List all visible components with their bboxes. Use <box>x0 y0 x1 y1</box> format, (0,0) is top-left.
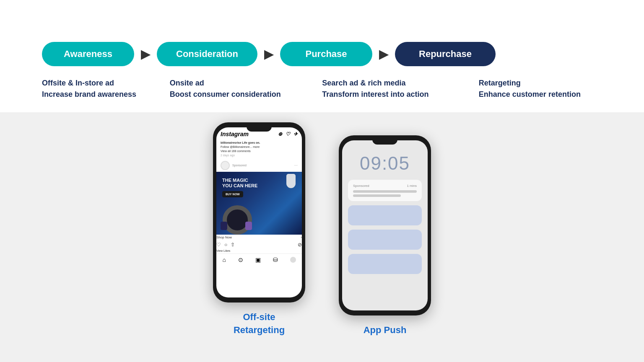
desc-awareness-line1: Offsite & In-store ad <box>42 78 170 88</box>
push-line-2 <box>353 194 401 197</box>
ig-search-icon[interactable]: ⊙ <box>238 256 243 263</box>
ig-ad-image: THE MAGIC YOU CAN HERE BUY NOW <box>216 172 302 235</box>
desc-purchase-line2: Transform interest into action <box>322 89 478 100</box>
ig-header-icons: ⊕ ♡ ✈ <box>278 131 298 137</box>
instagram-phone-wrapper: Instagram ⊕ ♡ ✈ billionairesrise Life go… <box>213 122 305 337</box>
phone-label-line1: Off-site <box>243 312 275 322</box>
desc-consideration-line1: Onsite ad <box>170 78 322 88</box>
push-time-display: 09:05 <box>342 140 428 180</box>
desc-consideration-line2: Boost consumer consideration <box>170 89 322 100</box>
app-push-phone-label: App Push <box>364 324 407 337</box>
ig-shop-icon[interactable]: ⛁ <box>273 256 278 263</box>
desc-purchase: Search ad & rich media Transform interes… <box>322 78 478 100</box>
push-sponsored-label: Sponsored <box>353 184 369 188</box>
arrow-2: ▶ <box>264 47 273 61</box>
push-notification-card: Sponsored 1 mins <box>348 180 422 201</box>
ig-avatar <box>221 161 230 170</box>
ig-shop-row: Shop Now › <box>216 235 302 240</box>
ig-dm-icon: ✈ <box>293 131 298 137</box>
app-push-screen: 09:05 Sponsored 1 mins <box>342 140 428 310</box>
ig-shop-now[interactable]: Shop Now <box>216 235 232 239</box>
stage-pill-repurchase: Repurchase <box>395 42 496 66</box>
push-block-2 <box>348 230 422 250</box>
ig-home-icon[interactable]: ⌂ <box>222 256 226 263</box>
ig-share-icon[interactable]: ⇧ <box>231 242 235 248</box>
push-content-lines <box>353 190 417 197</box>
desc-repurchase-line1: Retargeting <box>479 78 619 88</box>
desc-consideration: Onsite ad Boost consumer consideration <box>170 78 322 100</box>
ig-heart-icon: ♡ <box>286 131 290 137</box>
instagram-phone-label: Off-site Retargeting <box>234 311 285 337</box>
phone-label-line2: Retargeting <box>234 325 285 335</box>
app-push-label: App Push <box>364 325 407 335</box>
phone-notch-left <box>247 122 272 132</box>
ig-sponsored-label: Sponsored <box>232 164 247 167</box>
instagram-screen: Instagram ⊕ ♡ ✈ billionairesrise Life go… <box>216 127 302 297</box>
ig-chevron-right-icon: › <box>301 235 302 239</box>
push-line-1 <box>353 190 417 193</box>
ig-post-text: billionairesrise Life goes on. Follow @B… <box>216 139 302 159</box>
app-push-phone-frame: 09:05 Sponsored 1 mins <box>339 135 431 315</box>
ig-save-icon[interactable]: ⊘ <box>298 242 302 248</box>
ig-profile-icon[interactable] <box>290 257 296 263</box>
stage-label-repurchase: Repurchase <box>419 49 472 59</box>
ig-reels-icon[interactable]: ▣ <box>255 256 261 263</box>
stage-label-consideration: Consideration <box>176 49 238 59</box>
push-block-1 <box>348 205 422 225</box>
pipeline-row: Awareness ▶ Consideration ▶ Purchase ▶ R… <box>25 42 619 66</box>
ig-like-comment-share: ♡ ○ ⇧ <box>216 242 235 248</box>
ig-plus-icon: ⊕ <box>278 131 282 137</box>
arrow-1: ▶ <box>141 47 150 61</box>
ig-bottom-nav: ⌂ ⊙ ▣ ⛁ <box>216 253 302 266</box>
description-row: Offsite & In-store ad Increase brand awa… <box>25 78 619 100</box>
stage-pill-consideration: Consideration <box>157 42 257 66</box>
desc-repurchase-line2: Enhance customer retention <box>479 89 619 100</box>
ig-ad-line2: YOU CAN HERE <box>222 183 257 189</box>
ig-view-likes: View Likes <box>216 249 302 253</box>
ig-ad-line1: THE MAGIC <box>222 178 257 183</box>
ig-avatar-row: Sponsored ··· <box>216 159 302 172</box>
headphone-decoration <box>221 195 258 235</box>
arrow-3: ▶ <box>379 47 388 61</box>
ig-comment-icon[interactable]: ○ <box>224 242 227 248</box>
desc-awareness-line2: Increase brand awareness <box>42 89 170 100</box>
push-content-blocks <box>342 205 428 274</box>
phone-notch-right <box>372 135 397 145</box>
stage-pill-awareness: Awareness <box>42 42 134 66</box>
instagram-phone-frame: Instagram ⊕ ♡ ✈ billionairesrise Life go… <box>213 122 305 303</box>
pipeline-section: Awareness ▶ Consideration ▶ Purchase ▶ R… <box>0 0 644 112</box>
ig-ad-headline: THE MAGIC YOU CAN HERE <box>222 178 257 189</box>
ig-more-dots: ··· <box>294 163 298 168</box>
stage-label-awareness: Awareness <box>64 49 112 59</box>
airpod-decoration <box>286 174 296 188</box>
stage-pill-purchase: Purchase <box>280 42 372 66</box>
app-push-phone-wrapper: 09:05 Sponsored 1 mins <box>339 135 431 337</box>
push-notif-header: Sponsored 1 mins <box>353 184 417 188</box>
phones-container: Instagram ⊕ ♡ ✈ billionairesrise Life go… <box>213 122 431 337</box>
ig-like-icon[interactable]: ♡ <box>216 242 221 248</box>
ig-action-bar: ♡ ○ ⇧ ⊘ <box>216 240 302 249</box>
ig-app-name: Instagram <box>221 131 249 137</box>
push-block-3 <box>348 254 422 274</box>
desc-awareness: Offsite & In-store ad Increase brand awa… <box>42 78 170 100</box>
desc-repurchase: Retargeting Enhance customer retention <box>479 78 619 100</box>
stage-label-purchase: Purchase <box>305 49 347 59</box>
push-time-ago: 1 mins <box>407 184 417 188</box>
desc-purchase-line1: Search ad & rich media <box>322 78 478 88</box>
